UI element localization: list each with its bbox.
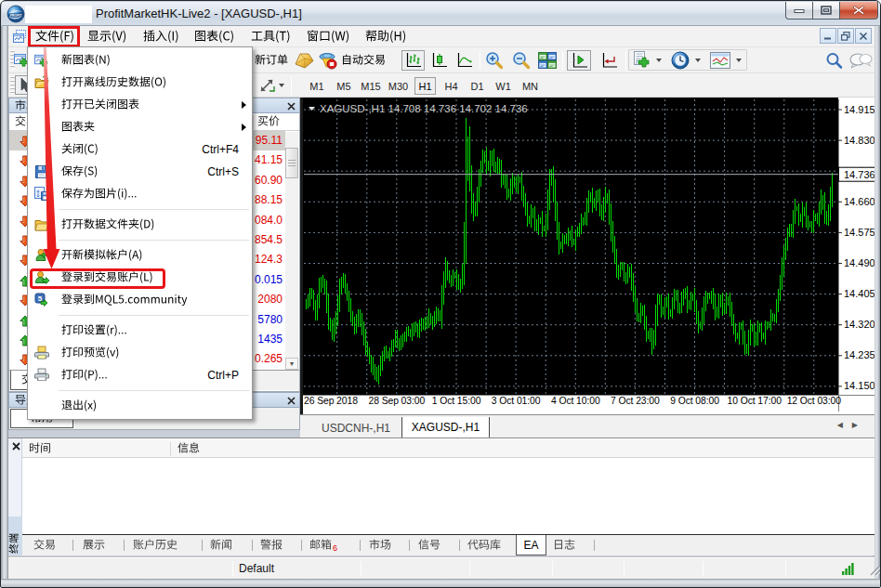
zoom-in-icon[interactable] (485, 52, 504, 70)
file-menu-item-login-mql5[interactable]: 5 (28, 289, 252, 311)
title-bar[interactable]: PROFIT ProfitMarketHK-Live2 - [XAGUSD-,H… (2, 2, 881, 26)
data-folder-icon (34, 217, 49, 232)
periods-icon[interactable] (671, 51, 690, 70)
timeframe-m30[interactable]: M30 (385, 77, 412, 95)
terminal-columns[interactable] (22, 440, 874, 458)
window-close-button[interactable] (839, 2, 878, 20)
market-watch-scrollbar[interactable]: ▼ (285, 132, 298, 370)
menu-item-label (61, 249, 143, 262)
window-frame-bottom (1, 579, 881, 588)
file-menu-item-new-chart[interactable] (28, 49, 252, 72)
chart-close-button[interactable] (855, 28, 872, 44)
svg-text:14.736: 14.736 (844, 169, 874, 180)
save-picture-icon (34, 187, 49, 202)
menu-item-label (61, 76, 167, 89)
chart-minimize-button[interactable] (820, 28, 836, 44)
menu-view[interactable] (80, 26, 136, 47)
chart-tab-xagusd[interactable]: XAGUSD-,H1 (401, 417, 490, 438)
scroll-down-button[interactable]: ▼ (285, 358, 298, 370)
timeframe-d1[interactable]: D1 (466, 77, 489, 95)
file-menu-item-print-preview[interactable] (28, 342, 252, 364)
window-maximize-button[interactable] (812, 2, 840, 20)
terminal-tab-news[interactable] (210, 535, 232, 555)
autotrading-icon[interactable] (319, 52, 337, 70)
symbols-dropdown-arrow[interactable] (279, 84, 284, 87)
profile-name[interactable]: Default (239, 562, 274, 575)
file-menu-item-new-account[interactable] (28, 244, 252, 267)
terminal-tab-trade[interactable] (33, 535, 56, 555)
chart-tab-scroll-arrows[interactable]: ◀▶ (837, 421, 867, 429)
auto-scroll-button[interactable] (597, 50, 621, 71)
line-chart-button[interactable] (453, 50, 476, 71)
menu-tools[interactable] (243, 26, 299, 47)
window-minimize-button[interactable] (785, 2, 813, 20)
new-order-button[interactable] (255, 54, 288, 67)
chart-window[interactable]: 14.91514.83014.74514.66014.57514.49014.4… (300, 98, 874, 414)
file-menu-item-exit[interactable] (28, 395, 252, 417)
file-menu-item-print[interactable]: Ctrl+P (28, 364, 252, 386)
svg-text:10 Oct 17:00: 10 Oct 17:00 (728, 396, 782, 406)
menu-charts[interactable] (187, 26, 243, 47)
navigator-close-icon[interactable] (287, 397, 296, 405)
menu-item-label (61, 294, 188, 307)
file-menu-item-open-deleted[interactable] (28, 94, 252, 116)
file-menu-item-data-folder[interactable] (28, 214, 252, 236)
autotrading-button[interactable] (341, 54, 386, 67)
terminal-tab-experts[interactable]: EA (516, 535, 546, 555)
tile-windows-icon[interactable] (538, 52, 557, 69)
terminal-tab-code-base[interactable] (467, 535, 501, 555)
indicators-dropdown-arrow[interactable] (656, 59, 662, 62)
scrollbar-thumb[interactable] (285, 148, 298, 178)
menu-items (28, 26, 415, 47)
column-message[interactable] (178, 442, 200, 455)
file-menu-item-print-setup[interactable] (28, 320, 252, 342)
search-icon[interactable] (825, 52, 843, 70)
file-menu-item-open-offline[interactable] (28, 72, 252, 94)
timeframe-h4[interactable]: H4 (440, 77, 463, 95)
svg-text:14.575: 14.575 (844, 227, 874, 238)
terminal-tab-journal[interactable] (553, 535, 575, 555)
resize-grip[interactable] (869, 564, 881, 577)
bar-chart-button[interactable] (401, 50, 425, 71)
market-watch-close-icon[interactable] (287, 102, 296, 111)
zoom-out-icon[interactable] (512, 52, 531, 70)
file-menu-item-save-picture[interactable] (28, 183, 252, 205)
metaeditor-icon[interactable] (295, 53, 314, 69)
terminal-tab-market[interactable] (369, 535, 391, 555)
menu-file[interactable] (28, 26, 80, 47)
file-menu-item-close[interactable]: Ctrl+F4 (28, 138, 252, 161)
terminal-tab-signals[interactable] (418, 535, 440, 555)
terminal-tab-account-history[interactable] (133, 535, 178, 555)
terminal-tab-alerts[interactable] (260, 535, 283, 555)
window-frame-left (1, 26, 8, 580)
chart-restore-button[interactable] (837, 28, 854, 44)
file-menu-item-login-trade[interactable] (28, 267, 252, 289)
candlestick-chart-button[interactable] (427, 50, 451, 71)
terminal-close-icon[interactable] (12, 442, 20, 451)
timeframe-w1[interactable]: W1 (492, 77, 515, 95)
templates-dropdown-arrow[interactable] (736, 59, 742, 62)
column-time[interactable] (29, 442, 51, 455)
templates-icon[interactable] (710, 52, 730, 69)
timeframe-m1[interactable]: M1 (305, 77, 329, 95)
menu-help[interactable] (358, 26, 415, 47)
terminal-tab-exposure[interactable] (83, 535, 105, 555)
menu-window[interactable] (298, 26, 358, 47)
menu-insert[interactable] (136, 26, 188, 47)
column-ask[interactable] (257, 115, 280, 128)
file-menu-item-save[interactable]: Ctrl+S (28, 161, 252, 183)
timeframe-h1[interactable]: H1 (414, 77, 436, 95)
terminal-vertical-title (8, 516, 22, 555)
chart-tab-usdcnh[interactable]: USDCNH-,H1 (310, 417, 401, 438)
file-menu-item-profiles[interactable] (28, 116, 252, 138)
symbols-tool-icon[interactable] (258, 77, 277, 94)
timeframe-m15[interactable]: M15 (358, 77, 384, 95)
chart-system-icon[interactable] (13, 30, 29, 44)
chat-icon[interactable] (849, 53, 873, 69)
periods-dropdown-arrow[interactable] (695, 59, 701, 62)
timeframe-m5[interactable]: M5 (333, 77, 355, 95)
timeframe-mn[interactable]: MN (518, 77, 543, 95)
indicators-icon[interactable]: f (633, 51, 651, 70)
chart-shift-button[interactable] (567, 50, 591, 71)
terminal-tab-mailbox[interactable]: 6 (309, 535, 337, 555)
